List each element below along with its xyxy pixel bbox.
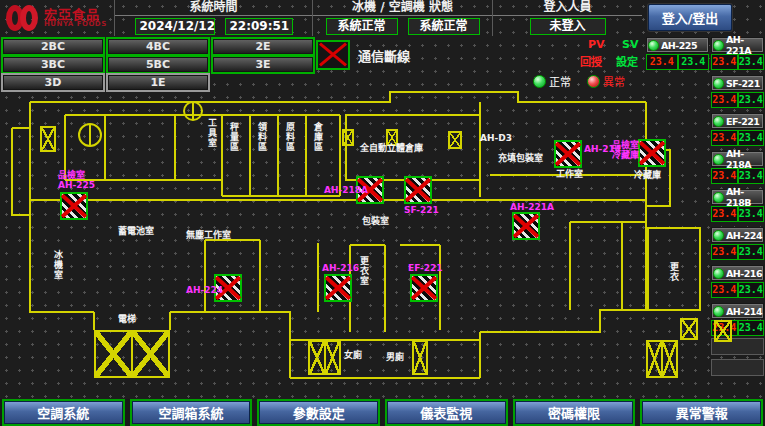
marker-AH-225[interactable] [60, 192, 88, 220]
unit-name-row[interactable]: EF-221 [711, 113, 764, 129]
bottom-button-密碼權限[interactable]: 密碼權限 [515, 401, 634, 424]
logo-sub: HUNYA FOODS [44, 21, 107, 28]
pv-value: 23.4 [711, 92, 738, 108]
machine-status-label: 冰機 / 空調機 狀態 [313, 0, 492, 16]
unit-name-row[interactable]: AH-224 [711, 227, 764, 243]
marker-AH-214[interactable] [554, 140, 582, 168]
unit-AH-218B: AH-218B23.423.4 [711, 189, 764, 222]
unit-values: 23.423.4 [711, 168, 764, 184]
room-label: 電梯 [118, 312, 136, 325]
floor-button-1E[interactable]: 1E [108, 75, 208, 90]
ahu-status: 系統正常 [408, 18, 480, 35]
floor-button-2BC[interactable]: 2BC [3, 39, 103, 54]
pv-value: 23.4 [711, 206, 738, 222]
unit-values: 23.423.4 [711, 92, 764, 108]
sv-value: 23.4 [738, 130, 765, 146]
stairs-icon [308, 340, 341, 375]
room-label: 無塵工作室 [186, 228, 231, 241]
unit-name-row[interactable]: AH-214 [711, 303, 764, 319]
marker-AH-216[interactable] [324, 274, 352, 302]
unit-SF-221: SF-22123.423.4 [711, 75, 764, 108]
unit-name-row[interactable]: AH-218B [711, 189, 764, 205]
sv-value: 23.4 [738, 320, 765, 336]
unit-values: 23.423.4 [711, 54, 764, 70]
bottom-button-空調箱系統[interactable]: 空調箱系統 [132, 401, 251, 424]
setting-label: 設定 [616, 53, 638, 69]
marker-label-AH-218B: 品檢室冷藏庫 [612, 140, 639, 161]
normal-led-icon [533, 75, 546, 88]
room-label: 秤量區 [228, 122, 241, 152]
sv-value: 23.4 [738, 282, 765, 298]
unit-name-row[interactable]: AH-218A [711, 151, 764, 167]
unit-AH-225: AH-22523.423.4 [646, 37, 709, 70]
unit-label: SF-221 [726, 78, 760, 89]
bottom-button-參數設定[interactable]: 參數設定 [259, 401, 378, 424]
floor-button-5BC[interactable]: 5BC [108, 57, 208, 72]
sv-value: 23.4 [738, 206, 765, 222]
pv-label: PV [588, 38, 605, 51]
status-led-icon [713, 78, 724, 89]
unit-values: 23.423.4 [711, 206, 764, 222]
floor-button-2E[interactable]: 2E [213, 39, 313, 54]
status-led-icon [713, 306, 724, 317]
marker-EF-221[interactable] [410, 274, 438, 302]
bottom-button-儀表監視[interactable]: 儀表監視 [387, 401, 506, 424]
stairs-icon [714, 320, 732, 342]
abnormal-led-icon [587, 75, 600, 88]
hmi-screen: 宏亞食品 HUNYA FOODS 系統時間 2024/12/12 22:09:5… [0, 0, 765, 426]
marker-label-AH-218A: AH-218A [324, 185, 368, 195]
marker-label-AH-221A: AH-221A [510, 202, 554, 212]
unit-name-row[interactable]: SF-221 [711, 75, 764, 91]
sv-value: 23.4 [738, 168, 765, 184]
sv-value: 23.4 [738, 244, 765, 260]
logo-icon [6, 5, 40, 31]
login-user-value: 未登入 [530, 18, 606, 35]
status-led-icon [713, 192, 724, 203]
marker-SF-221[interactable] [404, 176, 432, 204]
stairs-icon [94, 330, 170, 378]
marker-label-AH-225: 品檢室AH-225 [58, 170, 95, 191]
stairs-icon [342, 129, 354, 146]
login-section: 登入人員 未登入 [492, 0, 642, 36]
sv-label: SV [622, 38, 638, 51]
login-logout-button[interactable]: 登入/登出 [648, 4, 732, 31]
unit-name-row[interactable]: AH-225 [646, 37, 709, 53]
unit-label: AH-225 [661, 40, 697, 51]
floor-button-4BC[interactable]: 4BC [108, 39, 208, 54]
floor-button-3BC[interactable]: 3BC [3, 57, 103, 72]
status-led-icon [713, 230, 724, 241]
comm-loss-label: 通信斷線 [358, 46, 410, 65]
unit-EF-221: EF-22123.423.4 [711, 113, 764, 146]
unit-values: 23.423.4 [711, 130, 764, 146]
room-label: 冰機室 [52, 250, 65, 280]
marker-AH-221A[interactable] [512, 212, 540, 240]
unit-label: AH-216 [726, 268, 762, 279]
floor-button-3D[interactable]: 3D [3, 75, 103, 90]
unit-label: AH-214 [726, 306, 762, 317]
system-clock-value: 22:09:51 [225, 18, 293, 35]
feedback-label: 回授 [580, 53, 602, 69]
status-led-icon [713, 268, 724, 279]
unit-name-row[interactable]: AH-216 [711, 265, 764, 281]
marker-AH-218B[interactable] [638, 139, 666, 167]
floor-nav: 2BC4BC2E3BC5BC3E3D1E [3, 39, 313, 90]
room-label: 包裝室 [362, 214, 389, 227]
unit-label: AH-221A [726, 34, 763, 56]
room-label: 工作室 [556, 167, 583, 180]
unit-values: 23.423.4 [711, 244, 764, 260]
unit-panel-right: AH-221A23.423.4SF-22123.423.4EF-22123.42… [711, 37, 764, 341]
system-time-section: 系統時間 2024/12/12 22:09:51 [114, 0, 312, 36]
room-label: 領料區 [256, 122, 269, 152]
bottom-button-異常警報[interactable]: 異常警報 [642, 401, 761, 424]
room-label: 蓄電池室 [118, 224, 154, 237]
floor-button-3E[interactable]: 3E [213, 57, 313, 72]
room-label: 充填包裝室 [498, 151, 543, 164]
bottom-button-空調系統[interactable]: 空調系統 [4, 401, 123, 424]
unit-name-row[interactable]: AH-221A [711, 37, 764, 53]
stairs-icon [40, 126, 56, 152]
pv-value: 23.4 [711, 282, 738, 298]
room-label: 原料區 [284, 122, 297, 152]
unit-label: AH-218A [726, 148, 763, 170]
marker-label-SF-221: SF-221 [404, 205, 439, 215]
room-label: 男廁 [386, 350, 404, 363]
